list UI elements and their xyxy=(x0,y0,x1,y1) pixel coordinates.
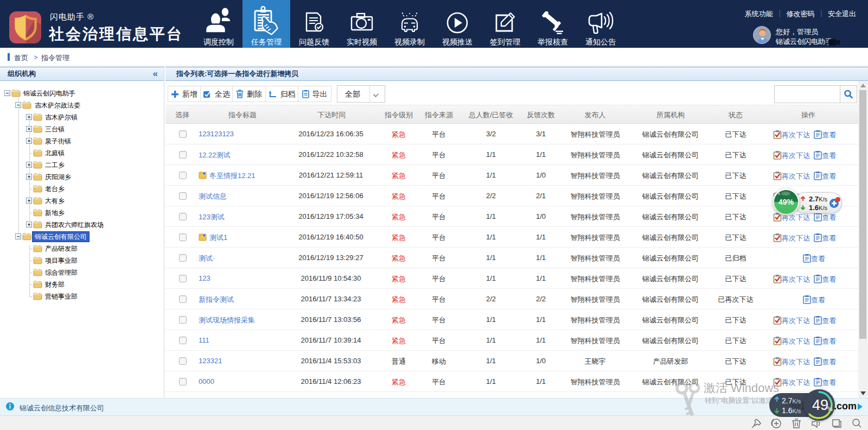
svg-text:1.6K/s: 1.6K/s xyxy=(809,204,827,212)
svg-text:1.6K/s: 1.6K/s xyxy=(782,406,801,415)
svg-text:2.7K/s: 2.7K/s xyxy=(782,396,801,405)
svg-text:%: % xyxy=(827,406,833,412)
svg-text:2.7K/s: 2.7K/s xyxy=(809,195,827,203)
svg-text:49: 49 xyxy=(812,397,828,413)
